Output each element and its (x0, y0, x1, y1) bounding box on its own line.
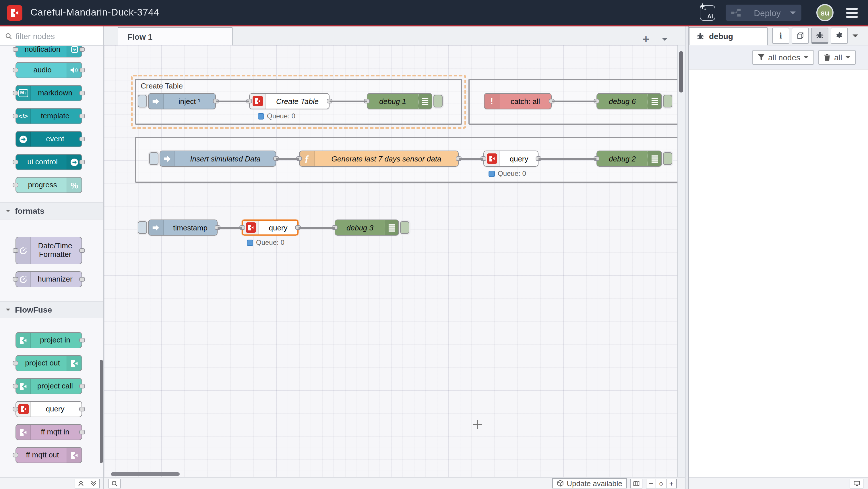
clear-caret-icon (846, 56, 850, 61)
input-port[interactable] (12, 183, 19, 187)
palette-node-date-time-formatter[interactable]: Date/Time Formatter (16, 237, 82, 264)
workspace[interactable]: Create Table inject ¹Create Tabledebug 1… (104, 46, 685, 477)
palette-node-event[interactable]: event (16, 131, 82, 147)
expand-all-button[interactable] (87, 478, 100, 488)
wire[interactable] (330, 100, 367, 102)
info-tab-button[interactable]: i (772, 28, 789, 44)
zoom-reset-button[interactable]: ○ (656, 478, 666, 488)
palette-node-query[interactable]: query (16, 401, 82, 417)
flow-node-debug-2[interactable]: debug 2 (596, 150, 662, 167)
clock-icon (16, 272, 31, 287)
palette-node-markdown[interactable]: M↓markdown (16, 85, 82, 101)
palette-search[interactable] (0, 26, 103, 46)
wire[interactable] (218, 227, 242, 228)
flow-list-caret-icon[interactable] (662, 38, 668, 44)
ai-assistant-button[interactable]: AI (700, 5, 715, 20)
flow-node-catch-all[interactable]: !catch: all (484, 93, 552, 109)
debug-toggle-button[interactable] (663, 152, 672, 165)
wire[interactable] (459, 158, 484, 160)
debug-clear-button[interactable]: all (818, 50, 856, 65)
output-port[interactable] (79, 338, 85, 343)
palette-node-audio[interactable]: audio (16, 62, 82, 78)
input-port[interactable] (12, 47, 19, 52)
wire[interactable] (299, 227, 335, 228)
output-port[interactable] (79, 384, 85, 389)
wire[interactable] (552, 100, 596, 102)
output-port[interactable] (79, 137, 85, 141)
collapse-all-button[interactable] (74, 478, 87, 488)
flow-node-generate-last-7-days-sensor-data[interactable]: ƒGenerate last 7 days sensor data (299, 150, 459, 167)
output-port[interactable] (79, 430, 85, 434)
inject-button[interactable] (149, 152, 158, 165)
palette-scrollbar[interactable] (100, 360, 103, 463)
palette-node-notification[interactable]: notification (16, 46, 82, 57)
debug-filter-button[interactable]: all nodes (752, 50, 814, 65)
palette-filter-input[interactable] (16, 31, 90, 40)
palette-section-formats[interactable]: formats (0, 202, 103, 220)
palette-section-flowfuse[interactable]: FlowFuse (0, 301, 103, 318)
flow-node-debug-3[interactable]: debug 3 (335, 220, 399, 236)
canvas-vscroll-track[interactable] (677, 46, 685, 477)
output-port[interactable] (79, 91, 85, 95)
flow-node-debug-6[interactable]: debug 6 (596, 93, 662, 109)
flow-node-query[interactable]: query (484, 150, 538, 167)
help-tab-button[interactable] (792, 28, 809, 44)
canvas-vscroll-thumb[interactable] (679, 51, 683, 92)
debug-toggle-button[interactable] (663, 95, 672, 108)
input-port[interactable] (12, 68, 19, 73)
tab-flow-1[interactable]: Flow 1 (118, 27, 232, 46)
flow-node-query[interactable]: query (242, 220, 299, 236)
wire[interactable] (538, 158, 596, 160)
debug-messages-panel[interactable] (689, 69, 868, 477)
output-port[interactable] (79, 114, 85, 118)
status-label: Queue: 0 (256, 238, 284, 247)
palette-node-progress[interactable]: %progress (16, 177, 82, 193)
zoom-out-button[interactable]: − (646, 478, 656, 488)
wire[interactable] (276, 158, 299, 160)
output-port[interactable] (79, 407, 85, 411)
add-flow-button[interactable]: + (643, 33, 649, 45)
zoom-in-button[interactable]: + (666, 478, 677, 488)
node-status: Queue: 0 (247, 238, 284, 247)
flow-node-insert-simulated-data[interactable]: Insert simulated Data (160, 150, 276, 167)
tab-debug[interactable]: debug (689, 27, 768, 46)
canvas-hscroll-thumb[interactable] (111, 472, 180, 476)
palette-node-project-out[interactable]: project out (16, 355, 82, 371)
output-port[interactable] (79, 277, 85, 282)
input-port[interactable] (12, 160, 19, 164)
sidebar-footer (689, 477, 868, 489)
palette-node-template[interactable]: </>template (16, 108, 82, 124)
update-available-button[interactable]: Update available (552, 478, 627, 488)
node-label: query (500, 154, 538, 163)
palette-node-ui-control[interactable]: ui control (16, 154, 82, 170)
debug-filter-label: all nodes (768, 53, 800, 62)
node-label: Generate last 7 days sensor data (315, 154, 458, 163)
sidebar-caret-icon[interactable] (852, 34, 858, 40)
input-port[interactable] (12, 453, 19, 457)
input-port[interactable] (12, 361, 19, 366)
main-menu-button[interactable] (846, 8, 858, 18)
cursor-crosshair (473, 420, 482, 429)
inject-button[interactable] (138, 221, 147, 234)
canvas-search-button[interactable] (108, 478, 121, 488)
open-window-button[interactable] (849, 478, 863, 488)
wire[interactable] (216, 100, 249, 102)
sidebar-splitter[interactable] (685, 26, 689, 489)
speaker-icon (67, 63, 82, 78)
flow-node-timestamp[interactable]: timestamp (148, 220, 218, 236)
minimap-button[interactable] (630, 478, 642, 488)
palette-node-project-call[interactable]: project call (16, 378, 82, 394)
output-port[interactable] (79, 248, 85, 253)
config-tab-button[interactable] (831, 28, 848, 44)
palette-node-ff-mqtt-in[interactable]: ff mqtt in (16, 424, 82, 440)
palette-node-project-in[interactable]: project in (16, 332, 82, 348)
debug-toggle-button[interactable] (400, 221, 409, 234)
deploy-button[interactable]: Deploy (725, 5, 801, 21)
palette-footer (0, 477, 103, 489)
palette-node-ff-mqtt-out[interactable]: ff mqtt out (16, 447, 82, 463)
user-avatar[interactable]: su (816, 4, 834, 21)
deploy-caret-icon[interactable] (790, 11, 796, 17)
debug-tab-button[interactable] (811, 28, 828, 44)
app: Careful-Mandarin-Duck-3744 AI Deploy su (0, 0, 868, 489)
palette-node-humanizer[interactable]: humanizer (16, 271, 82, 287)
